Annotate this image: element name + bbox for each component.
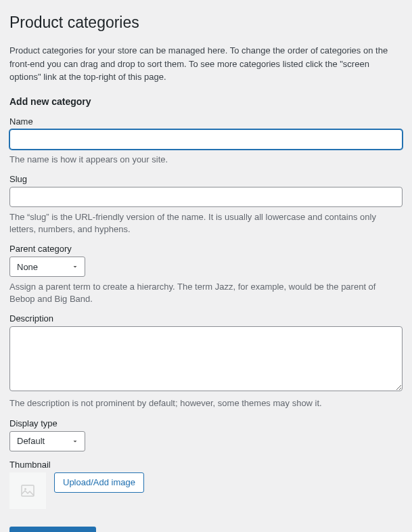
svg-rect-0 bbox=[22, 485, 34, 496]
description-label: Description bbox=[9, 313, 403, 324]
slug-help: The “slug” is the URL-friendly version o… bbox=[9, 211, 403, 236]
field-parent-category: Parent category None Assign a parent ter… bbox=[9, 244, 403, 305]
field-name: Name The name is how it appears on your … bbox=[9, 116, 403, 166]
page-wrap: Product categories Product categories fo… bbox=[0, 0, 412, 532]
svg-point-1 bbox=[24, 488, 26, 490]
display-type-select[interactable]: Default bbox=[9, 431, 85, 451]
display-type-label: Display type bbox=[9, 418, 403, 428]
description-help: The description is not prominent by defa… bbox=[9, 397, 403, 409]
page-intro: Product categories for your store can be… bbox=[9, 44, 403, 84]
thumbnail-placeholder-image bbox=[9, 472, 46, 509]
description-textarea[interactable] bbox=[9, 326, 403, 391]
slug-input[interactable] bbox=[9, 187, 403, 207]
image-placeholder-icon bbox=[20, 483, 36, 499]
field-description: Description The description is not promi… bbox=[9, 313, 403, 409]
field-display-type: Display type Default bbox=[9, 418, 403, 451]
form-heading: Add new category bbox=[9, 96, 403, 107]
upload-add-image-button[interactable]: Upload/Add image bbox=[54, 472, 144, 493]
add-new-category-button[interactable]: Add new category bbox=[9, 527, 96, 532]
slug-label: Slug bbox=[9, 174, 403, 184]
name-help: The name is how it appears on your site. bbox=[9, 154, 403, 166]
field-slug: Slug The “slug” is the URL-friendly vers… bbox=[9, 174, 403, 236]
name-label: Name bbox=[9, 116, 403, 127]
field-thumbnail: Thumbnail Upload/Add image bbox=[9, 460, 403, 509]
parent-select[interactable]: None bbox=[9, 257, 85, 277]
parent-help: Assign a parent term to create a hierarc… bbox=[9, 281, 403, 305]
thumbnail-label: Thumbnail bbox=[9, 460, 403, 470]
name-input[interactable] bbox=[9, 129, 403, 150]
page-title: Product categories bbox=[9, 14, 403, 32]
parent-label: Parent category bbox=[9, 244, 403, 254]
